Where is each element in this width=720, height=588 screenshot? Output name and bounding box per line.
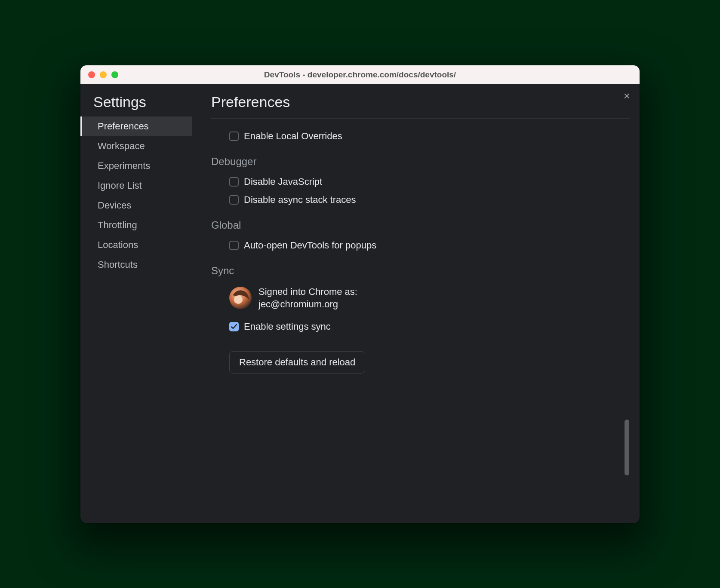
sync-user-lines: Signed into Chrome as: jec@chromium.org [258, 285, 357, 311]
option-auto-open-devtools-popups[interactable]: Auto-open DevTools for popups [229, 240, 630, 251]
sidebar-item-devices[interactable]: Devices [80, 196, 192, 215]
section-heading-debugger: Debugger [211, 156, 630, 168]
option-disable-async-stack-traces[interactable]: Disable async stack traces [229, 194, 630, 205]
sidebar-item-preferences[interactable]: Preferences [80, 116, 192, 136]
preferences-panel: Preferences Enable Local Overrides Debug… [192, 84, 640, 523]
svg-point-1 [234, 295, 243, 304]
checkbox-enable-local-overrides[interactable] [229, 132, 239, 141]
sync-user-email: jec@chromium.org [258, 298, 357, 311]
settings-sidebar: Settings Preferences Workspace Experimen… [80, 84, 192, 523]
sidebar-item-experiments[interactable]: Experiments [80, 156, 192, 176]
check-icon [231, 323, 237, 330]
sidebar-item-shortcuts[interactable]: Shortcuts [80, 255, 192, 275]
option-enable-settings-sync[interactable]: Enable settings sync [229, 321, 630, 332]
sidebar-item-ignore-list[interactable]: Ignore List [80, 176, 192, 196]
sidebar-item-workspace[interactable]: Workspace [80, 136, 192, 156]
sidebar-item-throttling[interactable]: Throttling [80, 215, 192, 235]
preferences-scroll-area: Enable Local Overrides Debugger Disable … [211, 118, 630, 523]
option-label: Auto-open DevTools for popups [244, 240, 376, 251]
section-heading-global: Global [211, 219, 630, 231]
avatar [229, 287, 252, 309]
option-label: Enable settings sync [244, 321, 331, 332]
window-title: DevTools - developer.chrome.com/docs/dev… [80, 70, 640, 80]
sync-user-info: Signed into Chrome as: jec@chromium.org [229, 285, 630, 311]
checkbox-disable-async-stack-traces[interactable] [229, 195, 239, 205]
titlebar: DevTools - developer.chrome.com/docs/dev… [80, 65, 640, 84]
scrollbar[interactable] [624, 119, 629, 523]
checkbox-auto-open-devtools-popups[interactable] [229, 241, 239, 250]
sidebar-title: Settings [80, 94, 192, 116]
option-label: Disable async stack traces [244, 194, 356, 205]
option-label: Enable Local Overrides [244, 131, 342, 142]
page-title: Preferences [211, 94, 630, 110]
option-disable-javascript[interactable]: Disable JavaScript [229, 176, 630, 187]
sidebar-item-locations[interactable]: Locations [80, 235, 192, 255]
close-icon[interactable]: × [624, 90, 630, 101]
checkbox-disable-javascript[interactable] [229, 177, 239, 187]
restore-defaults-button[interactable]: Restore defaults and reload [229, 351, 365, 374]
scrollbar-thumb[interactable] [625, 420, 629, 475]
option-label: Disable JavaScript [244, 176, 322, 187]
sync-signed-in-label: Signed into Chrome as: [258, 285, 357, 298]
section-heading-sync: Sync [211, 265, 630, 277]
option-enable-local-overrides[interactable]: Enable Local Overrides [229, 131, 630, 142]
checkbox-enable-settings-sync[interactable] [229, 322, 239, 331]
devtools-settings-window: DevTools - developer.chrome.com/docs/dev… [80, 65, 640, 523]
